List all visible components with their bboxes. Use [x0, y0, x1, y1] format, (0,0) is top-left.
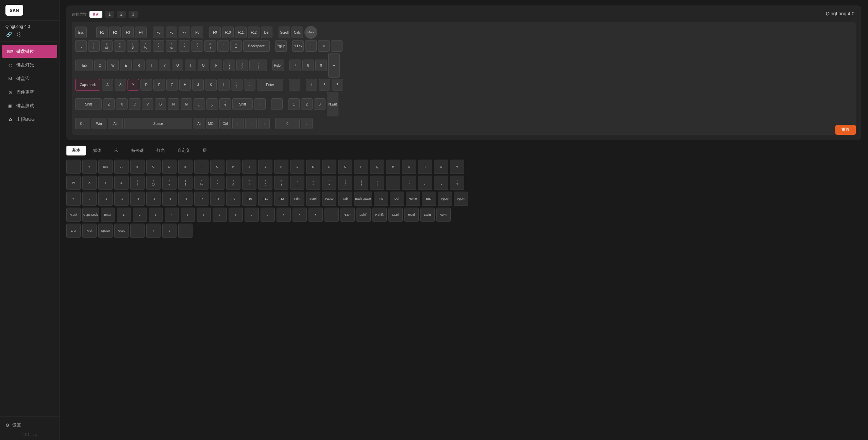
- picker-key-c[interactable]: C: [146, 160, 161, 174]
- picker-key-enter[interactable]: Enter: [101, 208, 115, 222]
- key-b[interactable]: B: [155, 98, 166, 110]
- key-↓[interactable]: ↓: [245, 118, 257, 129]
- key-n.ent[interactable]: N.Ent: [327, 92, 338, 116]
- key-shift[interactable]: Shift: [232, 98, 253, 110]
- picker-key-*[interactable]: 8*: [242, 176, 256, 190]
- picker-key-ins[interactable]: Ins: [374, 192, 388, 206]
- key-f6[interactable]: F6: [166, 27, 177, 38]
- picker-key-#[interactable]: 3#: [162, 176, 177, 190]
- picker-key-^[interactable]: 6^: [210, 176, 224, 190]
- picker-key-v[interactable]: V: [450, 160, 464, 174]
- key-}[interactable]: ]}: [236, 60, 248, 71]
- key-2[interactable]: 2: [301, 98, 313, 110]
- picker-key-lshift[interactable]: LShift: [356, 208, 371, 222]
- key-n.lck[interactable]: N.Lck: [292, 40, 304, 52]
- tab-自定义[interactable]: 自定义: [172, 146, 196, 156]
- key-f1[interactable]: F1: [96, 27, 108, 38]
- picker-key-s[interactable]: S: [402, 160, 416, 174]
- tab-基本[interactable]: 基本: [66, 146, 86, 156]
- key-f12[interactable]: F12: [248, 27, 260, 38]
- picker-key-+[interactable]: +: [308, 208, 323, 222]
- picker-key-=[interactable]: =: [66, 192, 81, 206]
- picker-key-y[interactable]: Y: [98, 176, 113, 190]
- device-unlink-icon[interactable]: ⛓: [15, 31, 21, 38]
- key-x[interactable]: X: [116, 98, 128, 110]
- key-x[interactable]: X: [128, 79, 139, 91]
- picker-key-capslock[interactable]: Caps Lock: [82, 208, 99, 222]
- key-esc[interactable]: Esc: [75, 27, 87, 38]
- picker-key-→[interactable]: →: [178, 224, 193, 238]
- picker-key-~[interactable]: `~: [322, 176, 336, 190]
- picker-key-%[interactable]: 5%: [194, 176, 208, 190]
- key-l[interactable]: L: [218, 79, 230, 91]
- key-^[interactable]: 6^: [153, 40, 164, 52]
- key-space[interactable]: Space: [124, 118, 192, 129]
- picker-key-$[interactable]: 4$: [178, 176, 193, 190]
- key-0[interactable]: 0: [275, 118, 300, 129]
- key-del[interactable]: Del: [261, 27, 272, 38]
- key-g[interactable]: G: [166, 79, 178, 91]
- picker-key-f5[interactable]: F5: [162, 192, 177, 206]
- key-×[interactable]: ×: [318, 40, 330, 52]
- picker-key-n.ent[interactable]: N.Ent: [340, 208, 355, 222]
- picker-key-←[interactable]: ←: [130, 224, 145, 238]
- picker-key-f2[interactable]: F2: [114, 192, 129, 206]
- picker-key-{[interactable]: [{: [338, 176, 352, 190]
- picker-key-f4[interactable]: F4: [146, 192, 161, 206]
- picker-key-↑[interactable]: ↑: [146, 224, 161, 238]
- key-u[interactable]: U: [172, 60, 183, 71]
- picker-key-f[interactable]: F: [194, 160, 208, 174]
- key-?[interactable]: /?: [219, 98, 231, 110]
- key-f10[interactable]: F10: [222, 27, 234, 38]
- picker-key-<[interactable]: ,<: [418, 176, 432, 190]
- picker-key-=[interactable]: =: [82, 160, 97, 174]
- picker-key-m[interactable]: M: [306, 160, 320, 174]
- picker-key-t[interactable]: T: [418, 160, 432, 174]
- picker-key-↓[interactable]: ↓: [162, 224, 177, 238]
- key-↑[interactable]: ↑: [254, 98, 266, 110]
- key-calc[interactable]: Calc: [291, 27, 303, 38]
- key-*[interactable]: 8*: [179, 40, 190, 52]
- key-([interactable]: 9(: [191, 40, 203, 52]
- picker-key-k[interactable]: K: [274, 160, 288, 174]
- picker-key-+[interactable]: =+: [306, 176, 320, 190]
- picker-key-lalt[interactable]: LAlt: [66, 224, 81, 238]
- key-k[interactable]: K: [205, 79, 217, 91]
- layer-btn-1[interactable]: 1: [105, 11, 114, 18]
- picker-key-f1[interactable]: F1: [98, 192, 113, 206]
- picker-key-e[interactable]: E: [178, 160, 193, 174]
- picker-key-z[interactable]: Z: [114, 176, 129, 190]
- key-)[interactable]: 0): [204, 40, 216, 52]
- key-p[interactable]: P: [211, 60, 222, 71]
- key-c[interactable]: C: [129, 98, 140, 110]
- sidebar-item-lighting[interactable]: ◎键盘灯光: [2, 59, 57, 71]
- key-t[interactable]: T: [146, 60, 157, 71]
- picker-key-j[interactable]: J: [258, 160, 272, 174]
- picker-key-f12[interactable]: F12: [274, 192, 288, 206]
- key-pgdn[interactable]: PgDn: [272, 60, 284, 71]
- tab-灯光[interactable]: 灯光: [151, 146, 170, 156]
- picker-key-g[interactable]: G: [210, 160, 224, 174]
- picker-key-pgup[interactable]: PgUp: [438, 192, 452, 206]
- key-o[interactable]: O: [198, 60, 209, 71]
- picker-key-}[interactable]: ]}: [354, 176, 368, 190]
- picker-key-([interactable]: 9(: [258, 176, 272, 190]
- key-y[interactable]: Y: [159, 60, 170, 71]
- key-_[interactable]: -_: [217, 40, 229, 52]
- key-win[interactable]: Win: [91, 118, 106, 129]
- key-#[interactable]: 3#: [114, 40, 126, 52]
- key-h[interactable]: H: [179, 79, 191, 91]
- picker-key-l[interactable]: L: [290, 160, 304, 174]
- key-←[interactable]: ←: [232, 118, 244, 129]
- picker-key-home[interactable]: Home: [406, 192, 420, 206]
- picker-key-r[interactable]: R: [386, 160, 400, 174]
- picker-key-esc[interactable]: Esc: [98, 160, 113, 174]
- key-f11[interactable]: F11: [235, 27, 247, 38]
- picker-key-space[interactable]: Space: [98, 224, 113, 238]
- key-:[interactable]: ;:: [231, 79, 243, 91]
- device-link-icon[interactable]: 🔗: [5, 31, 13, 38]
- picker-key-pause[interactable]: Pause: [322, 192, 336, 206]
- picker-key-0[interactable]: 0: [261, 208, 275, 222]
- key->[interactable]: .>: [206, 98, 218, 110]
- picker-key-×[interactable]: ×: [293, 208, 307, 222]
